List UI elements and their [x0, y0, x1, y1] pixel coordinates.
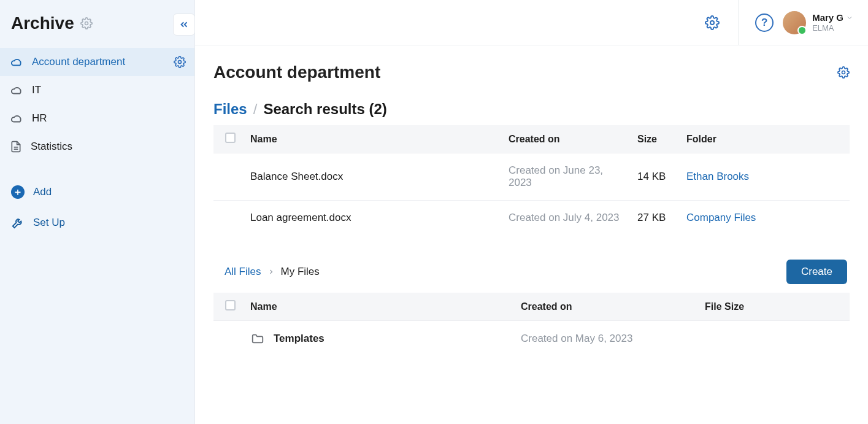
my-files-table: Name Created on File Size	[213, 293, 850, 357]
files-link[interactable]: Files	[213, 101, 247, 118]
col-created[interactable]: Created on	[512, 293, 696, 321]
sidebar-add-button[interactable]: ＋ Add	[0, 179, 194, 205]
user-org: ELMA	[812, 23, 853, 33]
sidebar-actions: ＋ Add Set Up	[0, 179, 194, 236]
my-files-section: All Files My Files Create Name Created o…	[213, 260, 850, 357]
file-name: Balance Sheet.docx	[242, 153, 500, 201]
table-row[interactable]: Templates Created on May 6, 2023	[213, 321, 850, 357]
search-results-table: Name Created on Size Folder Balance Shee…	[213, 125, 850, 235]
sidebar-collapse-button[interactable]	[173, 13, 195, 36]
file-size: 27 KB	[629, 201, 678, 236]
select-all-checkbox[interactable]	[225, 133, 236, 143]
select-all-checkbox[interactable]	[225, 300, 236, 310]
col-name[interactable]: Name	[242, 293, 512, 321]
svg-point-4	[710, 21, 714, 25]
table-row[interactable]: Loan agreement.docx Created on July 4, 2…	[213, 201, 850, 236]
cloud-icon	[10, 83, 23, 97]
folder-link[interactable]: Company Files	[686, 212, 756, 223]
folder-link[interactable]: Ethan Brooks	[686, 171, 749, 182]
breadcrumb-current: My Files	[281, 266, 320, 278]
search-results-label: Search results (2)	[263, 101, 386, 118]
cloud-icon	[10, 55, 23, 69]
chevron-right-icon	[267, 268, 275, 276]
col-folder[interactable]: Folder	[678, 125, 850, 153]
file-name: Loan agreement.docx	[242, 201, 500, 236]
folder-size	[696, 321, 850, 357]
folder-item: Templates	[250, 332, 504, 345]
page-title: Account department	[213, 63, 380, 82]
sidebar-header: Archive	[0, 0, 194, 44]
col-name[interactable]: Name	[242, 125, 500, 153]
chevron-down-icon	[846, 14, 853, 21]
svg-point-0	[85, 22, 88, 25]
file-size: 14 KB	[629, 153, 678, 201]
setup-label: Set Up	[33, 217, 65, 229]
table-row[interactable]: Balance Sheet.docx Created on June 23, 2…	[213, 153, 850, 201]
user-name-text: Mary G	[812, 12, 843, 23]
sidebar-item-label: Account department	[32, 56, 125, 68]
svg-point-5	[842, 71, 845, 74]
sidebar: Archive Account department IT	[0, 0, 195, 424]
topbar-divider	[738, 0, 739, 45]
gear-icon[interactable]	[174, 56, 186, 68]
file-created: Created on June 23, 2023	[500, 153, 629, 201]
gear-icon	[705, 15, 720, 30]
settings-button[interactable]	[700, 10, 724, 35]
breadcrumb-separator: /	[253, 101, 258, 118]
create-button[interactable]: Create	[786, 260, 847, 284]
sidebar-item-label: Statistics	[31, 141, 72, 153]
search-results-heading: Files / Search results (2)	[213, 101, 850, 118]
avatar	[783, 11, 806, 34]
user-menu[interactable]: Mary G ELMA	[783, 11, 853, 34]
wrench-icon	[11, 216, 25, 229]
app-title: Archive	[11, 13, 74, 33]
col-size[interactable]: Size	[629, 125, 678, 153]
sidebar-nav: Account department IT HR Statistics	[0, 48, 194, 161]
breadcrumb-root[interactable]: All Files	[225, 266, 261, 278]
folder-icon	[250, 332, 265, 345]
topbar: ? Mary G ELMA	[195, 0, 868, 45]
user-info: Mary G ELMA	[812, 12, 853, 33]
sidebar-item-account-department[interactable]: Account department	[0, 48, 194, 76]
document-icon	[10, 140, 22, 153]
sidebar-item-label: HR	[32, 112, 47, 125]
svg-point-1	[179, 61, 182, 64]
plus-circle-icon: ＋	[11, 185, 25, 199]
add-label: Add	[33, 186, 52, 198]
help-button[interactable]: ?	[752, 10, 777, 35]
col-size[interactable]: File Size	[696, 293, 850, 321]
folder-name-text: Templates	[274, 333, 325, 345]
page-header: Account department	[213, 63, 850, 82]
sidebar-item-it[interactable]: IT	[0, 76, 194, 104]
col-created[interactable]: Created on	[500, 125, 629, 153]
sidebar-item-statistics[interactable]: Statistics	[0, 133, 194, 161]
folder-created: Created on May 6, 2023	[512, 321, 696, 357]
content: Account department Files / Search result…	[195, 45, 868, 369]
breadcrumb: All Files My Files	[225, 266, 320, 278]
sidebar-setup-button[interactable]: Set Up	[0, 210, 194, 236]
my-files-header: All Files My Files Create	[213, 260, 850, 293]
file-created: Created on July 4, 2023	[500, 201, 629, 236]
app-settings-gear-icon[interactable]	[80, 17, 93, 29]
cloud-icon	[10, 112, 23, 125]
page-settings-gear-icon[interactable]	[837, 66, 850, 79]
sidebar-item-label: IT	[32, 84, 41, 96]
sidebar-item-hr[interactable]: HR	[0, 104, 194, 133]
help-icon: ?	[755, 13, 774, 32]
user-name: Mary G	[812, 12, 853, 23]
main-area: ? Mary G ELMA Account department Files /…	[195, 0, 868, 424]
